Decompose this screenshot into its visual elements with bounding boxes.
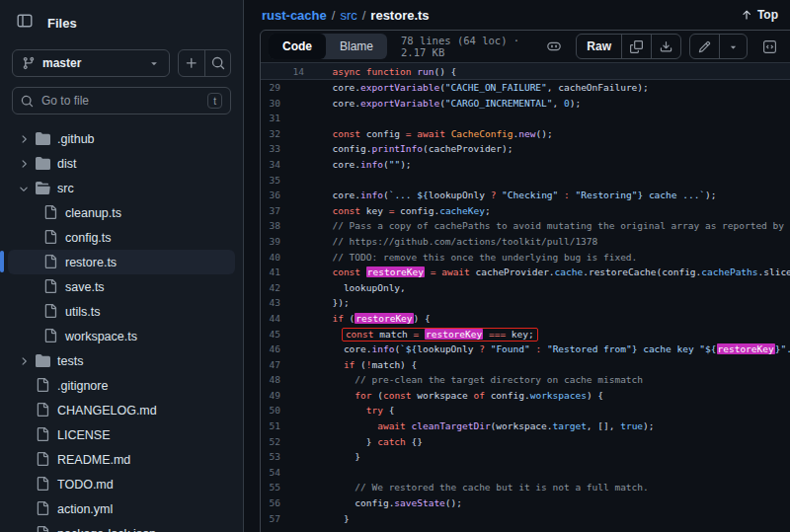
tab-code[interactable]: Code (269, 34, 326, 59)
chevron-right-icon[interactable] (18, 158, 30, 170)
symbols-panel-button[interactable] (755, 34, 783, 59)
new-file-button[interactable] (179, 50, 204, 76)
tree-file-TODO.md[interactable]: TODO.md (8, 472, 235, 496)
file-icon (36, 427, 51, 443)
line-number[interactable]: 45 (261, 327, 280, 342)
magnifier-icon (211, 56, 225, 70)
line-content: // TODO: remove this once the underlying… (280, 250, 637, 266)
file-icon (43, 255, 59, 270)
tree-file-package-lock.json[interactable]: package-lock.json (8, 521, 235, 532)
panel-left-icon (17, 13, 33, 33)
line-number[interactable]: 33 (261, 141, 280, 157)
tab-blame[interactable]: Blame (326, 34, 387, 59)
code-line-30: 30 core.exportVariable("CARGO_INCREMENTA… (261, 96, 790, 112)
tree-file-CHANGELOG.md[interactable]: CHANGELOG.md (8, 398, 235, 422)
tree-file-restore.ts[interactable]: restore.ts (8, 250, 235, 274)
code-line-49: 49 for (const workspace of config.worksp… (261, 388, 790, 404)
line-number[interactable]: 32 (261, 126, 280, 142)
tree-folder-.github[interactable]: .github (8, 126, 235, 151)
tree-file-README.md[interactable]: README.md (8, 447, 235, 472)
file-icon (43, 304, 59, 320)
back-to-top-label: Top (757, 8, 778, 22)
tree-file-LICENSE[interactable]: LICENSE (8, 422, 235, 447)
line-number[interactable]: 41 (261, 265, 280, 280)
edit-file-button[interactable] (690, 35, 719, 58)
tree-folder-src[interactable]: src (8, 176, 235, 200)
line-number[interactable]: 30 (261, 96, 280, 112)
copilot-button[interactable] (540, 34, 568, 59)
tree-folder-tests[interactable]: tests (8, 348, 235, 373)
download-button[interactable] (651, 35, 680, 58)
code-line-54: 54 (261, 465, 790, 481)
file-toolbar: Code Blame 78 lines (64 loc) · 2.17 KB R… (261, 31, 790, 63)
breadcrumb-src[interactable]: src (340, 8, 356, 23)
code-line-48: 48 // pre-clean the target directory on … (261, 372, 790, 388)
tree-item-label: workspace.ts (65, 330, 137, 343)
line-number[interactable]: 35 (261, 173, 280, 189)
file-icon (36, 526, 51, 532)
tree-file-utils.ts[interactable]: utils.ts (8, 299, 235, 324)
line-number[interactable]: 48 (261, 372, 280, 388)
line-content: // pre-clean the target directory on cac… (280, 372, 643, 388)
collapse-sidebar-button[interactable] (12, 10, 38, 36)
code-line-51: 51 await cleanTargetDir(workspace.target… (261, 418, 790, 434)
line-content (280, 465, 321, 481)
line-number[interactable]: 37 (261, 203, 280, 219)
line-number[interactable]: 29 (261, 80, 280, 96)
tree-folder-dist[interactable]: dist (8, 151, 235, 176)
line-number[interactable]: 43 (261, 295, 280, 311)
branch-selector[interactable]: master (12, 49, 170, 77)
line-number[interactable]: 55 (261, 480, 280, 495)
back-to-top-link[interactable]: Top (741, 0, 778, 30)
code-line-34: 34 core.info(""); (261, 157, 790, 173)
breadcrumb-rust-cache[interactable]: rust-cache (262, 8, 327, 23)
line-number[interactable]: 34 (261, 157, 280, 173)
search-code-button[interactable] (204, 50, 230, 76)
line-number[interactable]: 42 (261, 280, 280, 296)
line-number[interactable]: 57 (261, 511, 280, 527)
line-number[interactable]: 50 (261, 403, 280, 418)
line-number[interactable]: 31 (261, 111, 280, 126)
tree-file-config.ts[interactable]: config.ts (8, 225, 235, 250)
chevron-right-icon[interactable] (18, 355, 30, 367)
tree-file-.gitignore[interactable]: .gitignore (8, 373, 235, 398)
current-branch-name: master (42, 56, 81, 70)
line-number[interactable]: 54 (261, 465, 280, 481)
line-number[interactable]: 36 (261, 188, 280, 203)
line-number[interactable]: 49 (261, 388, 280, 404)
tree-file-cleanup.ts[interactable]: cleanup.ts (8, 200, 235, 225)
line-number[interactable]: 39 (261, 234, 280, 250)
tree-item-label: cleanup.ts (65, 206, 121, 220)
line-content: const config = await CacheConfig.new(); (280, 126, 553, 142)
tree-file-workspace.ts[interactable]: workspace.ts (8, 324, 235, 348)
line-number[interactable]: 44 (261, 311, 280, 327)
tree-item-label: CHANGELOG.md (57, 404, 157, 418)
line-number[interactable]: 53 (261, 449, 280, 465)
chevron-down-icon[interactable] (18, 183, 30, 194)
line-number[interactable]: 47 (261, 357, 280, 373)
line-content: // Pass a copy of cachePaths to avoid mu… (280, 218, 784, 234)
tree-file-action.yml[interactable]: action.yml (8, 496, 235, 521)
line-number[interactable]: 51 (261, 418, 280, 434)
code-line-37: 37 const key = config.cacheKey; (261, 203, 790, 219)
edit-dropdown-button[interactable] (719, 35, 747, 58)
code-line-52: 52 } catch {} (261, 434, 790, 450)
line-number[interactable]: 40 (261, 250, 280, 266)
caret-down-icon (148, 57, 160, 69)
line-content: const key = config.cacheKey; (280, 203, 491, 219)
go-to-file-placeholder: Go to file (41, 94, 89, 108)
raw-button[interactable]: Raw (577, 35, 621, 58)
tree-file-save.ts[interactable]: save.ts (8, 274, 235, 299)
folder-icon (36, 156, 51, 172)
line-number[interactable]: 38 (261, 218, 280, 234)
line-number[interactable]: 46 (261, 342, 280, 357)
sticky-line-number[interactable]: 14 (261, 66, 304, 77)
line-number[interactable]: 52 (261, 434, 280, 450)
go-to-file-input[interactable]: Go to file t (12, 87, 231, 114)
code-line-36: 36 core.info(`... ${lookupOnly ? "Checki… (261, 188, 790, 203)
tree-item-label: LICENSE (57, 428, 111, 442)
line-number[interactable]: 56 (261, 495, 280, 511)
chevron-right-icon[interactable] (18, 133, 30, 145)
line-content: if (restoreKey) { (280, 311, 431, 327)
copy-raw-button[interactable] (621, 35, 651, 58)
